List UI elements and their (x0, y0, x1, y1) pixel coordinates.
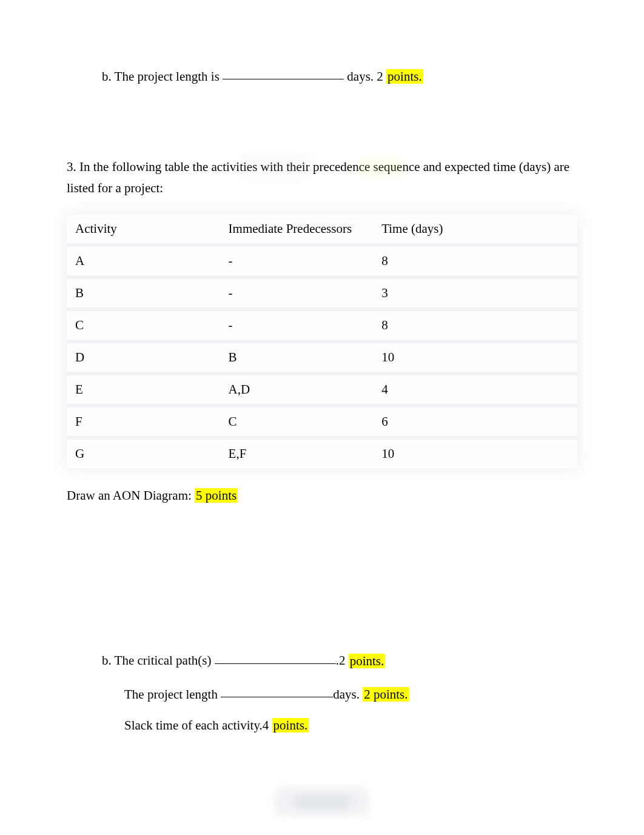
project-length-2-prefix: The project length (124, 687, 221, 702)
project-length-2-suffix: days. (333, 687, 363, 702)
critical-path-prefix: b. The critical path(s) (102, 654, 215, 668)
project-length-points: points. (386, 69, 423, 84)
cell-pred: - (220, 247, 374, 275)
table-row: A - 8 (67, 247, 577, 275)
cell-activity: E (67, 372, 220, 404)
cell-activity: C (67, 307, 220, 340)
critical-path-line: b. The critical path(s) .2 points. (67, 651, 577, 668)
aon-instruction: Draw an AON Diagram: 5 points (67, 486, 577, 506)
footer-watermark (275, 786, 369, 817)
cell-time: 8 (373, 247, 577, 275)
table-row: F C 6 (67, 404, 577, 436)
slack-prefix: Slack time of each activity.4 (124, 718, 272, 733)
table-header-row: Activity Immediate Predecessors Time (da… (67, 215, 577, 247)
project-length-line-2: The project length days. 2 points. (67, 685, 577, 702)
table-row: C - 8 (67, 307, 577, 340)
blur-artifact (358, 158, 403, 176)
slack-points: points. (272, 718, 309, 733)
project-length-prefix: b. The project length is (102, 69, 223, 84)
project-length-2-points: 2 points. (363, 687, 409, 702)
critical-path-points: points. (349, 654, 386, 668)
cell-pred: A,D (220, 372, 374, 404)
cell-time: 3 (373, 275, 577, 307)
activity-table: Activity Immediate Predecessors Time (da… (67, 215, 577, 468)
project-length-line: b. The project length is days. 2 points. (67, 67, 577, 87)
cell-time: 4 (373, 372, 577, 404)
cell-activity: A (67, 247, 220, 275)
table-row: D B 10 (67, 340, 577, 372)
critical-path-blank[interactable] (215, 649, 336, 663)
table-row: B - 3 (67, 275, 577, 307)
header-predecessors: Immediate Predecessors (220, 215, 374, 247)
project-length-suffix: days. 2 (344, 69, 386, 84)
project-length-2-blank[interactable] (221, 683, 333, 697)
critical-path-suffix: .2 (336, 654, 349, 668)
table-row: G E,F 10 (67, 436, 577, 468)
cell-pred: B (220, 340, 374, 372)
aon-text: Draw an AON Diagram: (67, 488, 195, 503)
slack-time-line: Slack time of each activity.4 points. (67, 718, 577, 733)
answer-section: b. The critical path(s) .2 points. The p… (67, 651, 577, 733)
table-row: E A,D 4 (67, 372, 577, 404)
cell-activity: B (67, 275, 220, 307)
activity-table-wrapper: Activity Immediate Predecessors Time (da… (67, 215, 577, 468)
cell-activity: F (67, 404, 220, 436)
cell-activity: D (67, 340, 220, 372)
cell-pred: E,F (220, 436, 374, 468)
blur-artifact (240, 158, 309, 176)
cell-pred: - (220, 307, 374, 340)
cell-time: 8 (373, 307, 577, 340)
header-time: Time (days) (373, 215, 577, 247)
project-length-blank[interactable] (223, 65, 344, 79)
cell-time: 6 (373, 404, 577, 436)
question-3-intro: 3. In the following table the activities… (67, 156, 577, 200)
cell-time: 10 (373, 340, 577, 372)
footer-watermark-inner (295, 794, 349, 810)
header-activity: Activity (67, 215, 220, 247)
aon-points: 5 points (195, 488, 238, 503)
cell-activity: G (67, 436, 220, 468)
cell-time: 10 (373, 436, 577, 468)
cell-pred: C (220, 404, 374, 436)
cell-pred: - (220, 275, 374, 307)
